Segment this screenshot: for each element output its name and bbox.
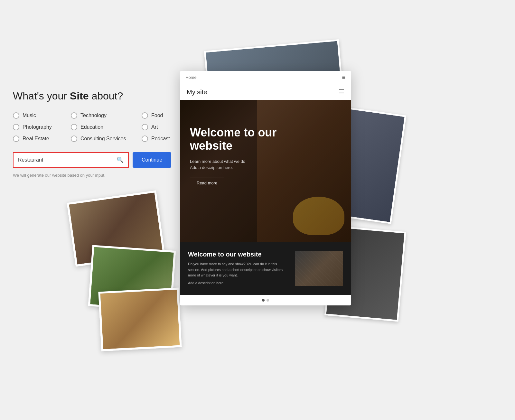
category-grid: Music Technology Food Photography Educat… bbox=[13, 112, 180, 142]
dark-section-title: Welcome to our website bbox=[188, 251, 288, 258]
food-photo-2 bbox=[88, 245, 176, 312]
dark-section: Welcome to our website Do you have more … bbox=[180, 242, 351, 295]
search-box[interactable]: 🔍 bbox=[13, 152, 129, 168]
pagination bbox=[180, 295, 351, 305]
category-music-label: Music bbox=[23, 113, 36, 118]
search-icon: 🔍 bbox=[117, 156, 124, 163]
hero-title: Welcome to our website bbox=[190, 126, 286, 153]
category-podcast-label: Podcast bbox=[151, 136, 170, 142]
food-photo-1 bbox=[67, 190, 165, 266]
pagination-dot-2[interactable] bbox=[267, 299, 269, 302]
category-real-estate[interactable]: Real Estate bbox=[13, 135, 71, 142]
continue-button[interactable]: Continue bbox=[133, 152, 171, 168]
dark-section-text: Welcome to our website Do you have more … bbox=[188, 251, 288, 285]
radio-real-estate[interactable] bbox=[13, 135, 19, 142]
radio-music[interactable] bbox=[13, 112, 19, 119]
hamburger-icon: ☰ bbox=[339, 88, 344, 96]
hero-description: Add a description here. bbox=[190, 165, 286, 170]
radio-photography[interactable] bbox=[13, 124, 19, 130]
hero-subtitle: Learn more about what we do bbox=[190, 159, 286, 164]
food-photo-3 bbox=[98, 288, 182, 351]
dark-section-desc: Add a description here. bbox=[188, 281, 288, 285]
left-panel: What's your Site about? Music Technology… bbox=[13, 90, 180, 178]
category-technology[interactable]: Technology bbox=[71, 112, 142, 119]
browser-bar: Home ≡ bbox=[180, 71, 351, 84]
category-technology-label: Technology bbox=[80, 113, 107, 118]
menu-icon: ≡ bbox=[342, 74, 346, 81]
pagination-dot-1[interactable] bbox=[262, 299, 265, 302]
category-photography-label: Photography bbox=[23, 124, 52, 130]
preview-container: Home ≡ My site ☰ Welcome to our website … bbox=[180, 45, 360, 305]
category-art-label: Art bbox=[151, 124, 158, 130]
page-headline: What's your Site about? bbox=[13, 90, 180, 102]
category-education[interactable]: Education bbox=[71, 124, 142, 130]
category-consulting-label: Consulting Services bbox=[80, 136, 126, 142]
category-music[interactable]: Music bbox=[13, 112, 71, 119]
website-mockup: Home ≡ My site ☰ Welcome to our website … bbox=[180, 71, 351, 305]
read-more-button[interactable]: Read more bbox=[190, 178, 224, 188]
browser-url: Home bbox=[185, 75, 197, 80]
hero-content: Welcome to our website Learn more about … bbox=[190, 126, 286, 188]
radio-podcast[interactable] bbox=[142, 135, 148, 142]
category-real-estate-label: Real Estate bbox=[23, 136, 49, 142]
site-title: My site bbox=[187, 89, 207, 96]
radio-art[interactable] bbox=[142, 124, 148, 130]
category-consulting[interactable]: Consulting Services bbox=[71, 135, 142, 142]
category-photography[interactable]: Photography bbox=[13, 124, 71, 130]
radio-technology[interactable] bbox=[71, 112, 77, 119]
hint-text: We will generate our website based on yo… bbox=[13, 173, 180, 178]
radio-food[interactable] bbox=[142, 112, 148, 119]
site-header: My site ☰ bbox=[180, 84, 351, 100]
hero-section: Welcome to our website Learn more about … bbox=[180, 100, 351, 242]
radio-education[interactable] bbox=[71, 124, 77, 130]
search-input[interactable] bbox=[18, 157, 117, 163]
radio-consulting[interactable] bbox=[71, 135, 77, 142]
search-row: 🔍 Continue bbox=[13, 152, 180, 168]
category-food-label: Food bbox=[151, 113, 163, 118]
category-education-label: Education bbox=[80, 124, 103, 130]
dark-section-image bbox=[295, 251, 343, 286]
dark-section-body: Do you have more to say and show? You ca… bbox=[188, 261, 288, 278]
